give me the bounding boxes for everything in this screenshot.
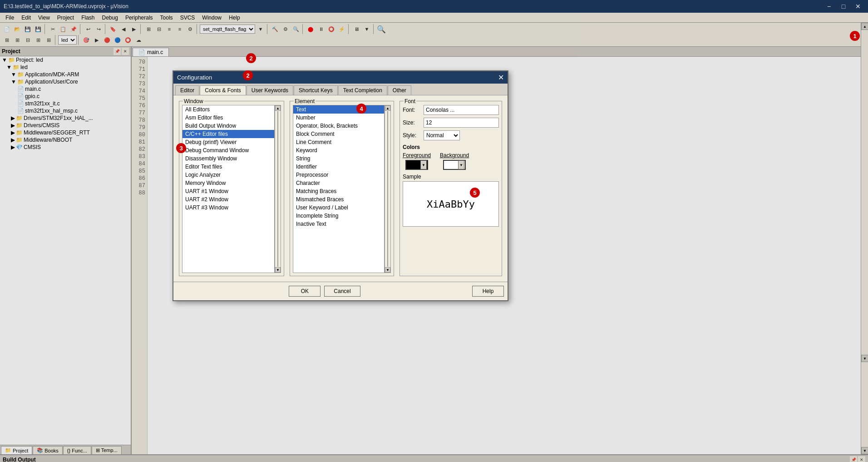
bg-color-ctrl: ▼ xyxy=(443,160,466,170)
bg-color-button[interactable]: ▼ xyxy=(443,160,466,170)
elem-keyword[interactable]: Keyword xyxy=(293,146,384,154)
dialog-title-bar: Configuration ✕ xyxy=(173,71,508,84)
window-item-cpp[interactable]: C/C++ Editor files xyxy=(182,130,274,138)
sample-text: XiAaBbYy xyxy=(427,199,475,210)
foreground-col: Foreground ▼ xyxy=(403,152,431,170)
annotation-1: 1 xyxy=(850,31,860,41)
window-item-debug-printf[interactable]: Debug (printf) Viewer xyxy=(182,138,274,146)
colors-row: Foreground ▼ Background ▼ xyxy=(403,152,499,170)
ws-down[interactable]: ▼ xyxy=(275,267,281,273)
elem-string[interactable]: String xyxy=(293,154,384,163)
bg-label: Background xyxy=(440,152,469,159)
font-label: Font xyxy=(404,98,416,104)
dialog-tab-colors[interactable]: Colors & Fonts xyxy=(200,85,246,95)
font-style-label: Style: xyxy=(403,132,421,139)
fg-dropdown-arrow[interactable]: ▼ xyxy=(420,160,427,169)
window-section: Window All Editors Asm Editor files Buil… xyxy=(179,101,284,276)
window-item-build[interactable]: Build Output Window xyxy=(182,122,274,130)
window-item-editor-text[interactable]: Editor Text files xyxy=(182,163,274,171)
elem-number[interactable]: Number xyxy=(293,114,384,122)
font-section: Font Font: Size: Style: Normal Bold Ital… xyxy=(399,101,502,276)
element-list: Text Number Operator, Block, Brackets Bl… xyxy=(293,105,385,273)
elem-block-comment[interactable]: Block Comment xyxy=(293,130,384,138)
font-name-label: Font: xyxy=(403,107,421,113)
element-label: Element xyxy=(294,98,316,104)
elem-character[interactable]: Character xyxy=(293,179,384,187)
dialog-footer: OK Cancel Help xyxy=(173,282,508,300)
ws-up[interactable]: ▲ xyxy=(275,105,281,111)
fg-color-ctrl: ▼ xyxy=(405,160,428,170)
annotation-3-circle: 3 xyxy=(176,143,186,153)
fg-color-button[interactable]: ▼ xyxy=(405,160,428,170)
bg-dropdown-arrow[interactable]: ▼ xyxy=(458,160,464,169)
dialog-tab-editor[interactable]: Editor xyxy=(175,85,199,95)
dialog-title-text: Configuration xyxy=(177,74,212,81)
configuration-dialog: 2 Configuration ✕ Editor Colors & Fonts … xyxy=(173,70,508,301)
dialog-close-button[interactable]: ✕ xyxy=(498,73,504,82)
sample-box: XiAaBbYy xyxy=(403,181,499,227)
help-button[interactable]: Help xyxy=(472,286,504,297)
elem-preprocessor[interactable]: Preprocessor xyxy=(293,171,384,179)
annotation-5-circle: 5 xyxy=(470,188,480,198)
elem-mismatched-braces[interactable]: Mismatched Braces xyxy=(293,195,384,204)
font-size-label: Size: xyxy=(403,119,421,126)
es-down[interactable]: ▼ xyxy=(385,267,390,273)
dialog-tab-other[interactable]: Other xyxy=(388,85,411,95)
element-section: Element Text Number Operator, Block, Bra… xyxy=(290,101,394,276)
dialog-body: Window All Editors Asm Editor files Buil… xyxy=(173,95,508,282)
window-item-debug-cmd[interactable]: Debug Command Window xyxy=(182,146,274,154)
window-item-uart2[interactable]: UART #2 Window xyxy=(182,195,274,204)
background-col: Background ▼ xyxy=(440,152,469,170)
font-name-input[interactable] xyxy=(424,105,499,115)
window-item-logic[interactable]: Logic Analyzer xyxy=(182,171,274,179)
window-list: All Editors Asm Editor files Build Outpu… xyxy=(182,105,275,273)
ws-thumb xyxy=(277,111,278,267)
window-item-disassembly[interactable]: Disassembly Window xyxy=(182,154,274,163)
elem-matching-braces[interactable]: Matching Braces xyxy=(293,187,384,195)
window-item-uart1[interactable]: UART #1 Window xyxy=(182,187,274,195)
annotation-2: 2 xyxy=(246,53,256,63)
elem-incomplete-string[interactable]: Incomplete String xyxy=(293,212,384,220)
sample-label: Sample xyxy=(403,174,499,180)
element-scrollbar[interactable]: ▲ ▼ xyxy=(385,105,391,273)
window-label: Window xyxy=(183,98,204,104)
window-scrollbar[interactable]: ▲ ▼ xyxy=(275,105,281,273)
dialog-tab-shortcut[interactable]: Shortcut Keys xyxy=(294,85,338,95)
cancel-button[interactable]: Cancel xyxy=(324,286,360,297)
window-list-container: All Editors Asm Editor files Build Outpu… xyxy=(182,105,281,273)
dialog-tabs: Editor Colors & Fonts User Keywords Shor… xyxy=(173,84,508,95)
font-name-row: Font: xyxy=(403,105,499,115)
font-style-select[interactable]: Normal Bold Italic Bold Italic xyxy=(424,130,460,140)
font-size-row: Size: xyxy=(403,118,499,128)
font-size-input[interactable] xyxy=(424,118,499,128)
elem-inactive-text[interactable]: Inactive Text xyxy=(293,220,384,228)
dialog-tab-keywords[interactable]: User Keywords xyxy=(247,85,293,95)
es-thumb xyxy=(387,111,388,267)
elem-line-comment[interactable]: Line Comment xyxy=(293,138,384,146)
es-up[interactable]: ▲ xyxy=(385,105,390,111)
window-item-memory[interactable]: Memory Window xyxy=(182,179,274,187)
font-style-row: Style: Normal Bold Italic Bold Italic xyxy=(403,130,499,140)
elem-identifier[interactable]: Identifier xyxy=(293,163,384,171)
fg-label: Foreground xyxy=(403,152,431,159)
window-item-asm[interactable]: Asm Editor files xyxy=(182,114,274,122)
dialog-tab-completion[interactable]: Text Completion xyxy=(338,85,387,95)
window-item-all-editors[interactable]: All Editors xyxy=(182,105,274,114)
elem-user-keyword[interactable]: User Keyword / Label xyxy=(293,204,384,212)
dialog-btn-group: OK Cancel xyxy=(289,286,360,297)
element-list-container: Text Number Operator, Block, Brackets Bl… xyxy=(293,105,391,273)
window-item-uart3[interactable]: UART #3 Window xyxy=(182,204,274,212)
elem-text[interactable]: Text xyxy=(293,105,384,114)
colors-label: Colors xyxy=(403,144,499,150)
sample-section: Sample XiAaBbYy xyxy=(403,174,499,227)
annotation-4-circle: 4 xyxy=(356,104,366,114)
dialog-overlay: 2 Configuration ✕ Editor Colors & Fonts … xyxy=(0,0,868,462)
annotation-2-circle: 2 xyxy=(243,70,253,80)
ok-button[interactable]: OK xyxy=(289,286,321,297)
elem-operator[interactable]: Operator, Block, Brackets xyxy=(293,122,384,130)
